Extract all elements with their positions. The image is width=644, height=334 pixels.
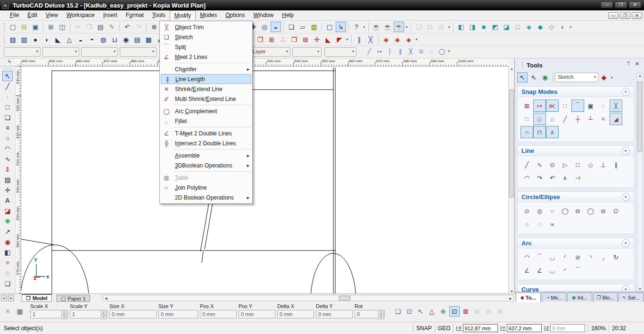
view-iso-se-icon[interactable]: ◇ [546,22,557,32]
snap-quadrant-icon[interactable]: ⌂ [546,113,559,125]
snap-tangent-icon[interactable]: ╱ [559,113,571,125]
select-frame-tool-icon[interactable]: ❏ [2,278,13,289]
snap-par-icon[interactable]: ∥ [396,47,405,56]
solid-tool-icon[interactable]: ▧ [2,175,13,185]
palette-scroll-down-icon[interactable]: ▼ [637,287,643,291]
close-button[interactable]: ✕ [629,1,641,8]
pick-point-icon[interactable]: ↖ [415,306,426,317]
mdi-restore-button[interactable]: ❐ [620,12,630,19]
field-input[interactable]: 1▲▼ [70,310,107,318]
mesh-icon[interactable]: ▦ [143,34,154,45]
dropdown-arrow-icon[interactable]: ▾ [569,25,573,29]
palette-tab-to[interactable]: ◆To... [516,292,541,302]
panel-select-icon[interactable]: ↖ [517,72,528,83]
palette-scroll-up-icon[interactable]: ▲ [637,74,643,77]
sweep-icon[interactable]: ▤ [132,34,142,45]
shell-tool-icon[interactable]: ◧ [2,247,13,258]
snap-circ-icon[interactable]: ⊙ [416,47,426,56]
print-preview-icon[interactable]: ◫ [57,22,67,32]
circle-double-point-icon[interactable]: ○ [546,205,559,217]
arc-rotated-icon[interactable]: ◡ [546,251,559,263]
arc-concentric-icon[interactable]: ⌒ [533,251,546,263]
arc-curve-icon[interactable]: ◡ [546,264,559,276]
dropdown-arrow-icon[interactable]: ▾ [447,25,451,29]
palette-tab-me[interactable]: ⇢Me... [542,292,567,302]
snap-vert-icon[interactable]: │ [385,47,395,56]
geo-toggle[interactable]: GEO [438,325,451,332]
canvas-hscrollbar[interactable]: ◀ ▶ [103,295,514,301]
property-combo-4[interactable]: ▼ [120,47,157,57]
menu-item-meet-2-lines[interactable]: ∠Meet 2 Lines [160,52,252,62]
measure-icon[interactable]: ▱ [297,22,308,32]
hscroll-thumb[interactable] [339,296,350,301]
pattern-2-icon[interactable]: ◈ [392,34,403,45]
spinner[interactable]: ▲▼ [61,311,67,317]
menu-file[interactable]: File [6,10,23,20]
panel-node-edit-icon[interactable]: ⇖ [528,72,539,83]
view-top-icon[interactable]: ◈ [524,22,534,32]
field-input[interactable]: 0▲▼ [355,310,385,318]
spin-down-icon[interactable]: ▼ [61,315,67,319]
circle-tan-line-icon[interactable]: ∅ [610,205,622,217]
view-back-icon[interactable]: ◩ [490,22,500,32]
tab-paper1[interactable]: ▢ Paper 1 [57,295,90,302]
cylinder-icon[interactable]: ◒ [75,34,86,45]
sphere-icon[interactable]: ● [30,34,41,45]
menu-item-join-polyline[interactable]: ∩Join Polyline [160,183,252,192]
array-polar-icon[interactable]: ∴ [278,34,288,45]
pane-split-right-icon[interactable]: ▸ [8,295,14,301]
snap-face-icon[interactable]: ▣ [584,100,597,112]
array-radial-icon[interactable]: ✛ [312,34,322,45]
snap-no-snap-icon[interactable]: ╳ [610,100,622,112]
deselect-icon[interactable]: ✕ [2,306,13,317]
spinner[interactable]: ▲▼ [101,311,107,317]
field-input[interactable]: 0 mm [277,310,314,318]
save-icon[interactable]: ▣ [30,22,41,32]
snap-toggle[interactable]: SNAP [416,325,432,332]
workspace-3-icon[interactable]: ☕ [394,22,404,32]
palette-tab-blo[interactable]: ❐Blo... [593,292,618,302]
dropdown-arrow-icon[interactable]: ▾ [362,25,366,29]
workspace-1-icon[interactable]: ☕ [371,22,381,32]
line-perpendicular-icon[interactable]: ⊥ [597,159,610,171]
snap-cross-icon[interactable]: ╳ [406,47,415,56]
dropdown-arrow-icon[interactable]: ▾ [345,37,349,42]
line-single-icon[interactable]: ╱ [520,159,533,171]
circle-center-point-icon[interactable]: ⊙ [520,205,533,217]
palette-close-icon[interactable]: ✕ [635,61,639,67]
circle-tan-point-icon[interactable]: ⊖ [571,205,584,217]
combo-arrow-icon[interactable]: ▼ [316,50,320,54]
menu-options[interactable]: Options [221,10,249,20]
move-tool-icon[interactable]: ✛ [2,185,13,195]
arc-1-2-3-icon[interactable]: ◝ [584,251,597,263]
hemisphere-icon[interactable]: ◗ [41,34,52,45]
property-combo-5[interactable]: ▼ [292,47,322,57]
snap-angle-icon[interactable]: ◢ [610,113,622,125]
degrade-warning-icon[interactable]: △ [427,306,437,317]
dropdown-arrow-icon[interactable]: ▾ [414,37,419,42]
line-bisector-icon[interactable]: ∧ [559,172,571,184]
view-left-icon[interactable]: ◪ [501,22,512,32]
mdi-minimize-button[interactable]: — [608,12,619,19]
pin-icon[interactable]: ⊤ [626,61,631,67]
collapse-chevron-icon[interactable]: « [622,147,630,155]
menu-item-arc-complement[interactable]: ◯Arc Complement [160,106,252,116]
menu-item-intersect-2-double-lines[interactable]: ╬Intersect 2 Double Lines [160,138,252,148]
extract-icon[interactable]: ❏ [286,22,297,32]
menu-item-chamfer[interactable]: Chamfer► [160,64,252,74]
coord-z-input[interactable]: 0 mm [550,324,585,332]
dropdown-arrow-icon[interactable]: ▾ [447,49,451,53]
box-3d-icon[interactable]: ▧ [8,34,18,45]
print-icon[interactable]: ⊞ [46,22,56,32]
maximize-button[interactable]: ❐ [615,1,627,8]
snap-apex-icon[interactable]: ∧ [546,126,559,138]
arc-1-3-2-icon[interactable]: ◞ [597,251,610,263]
sketch-mode-combo[interactable]: Sketch▼ [555,73,598,82]
paste-icon[interactable]: ▤ [95,22,106,32]
axis-toggle-icon[interactable]: ↳ [336,22,346,32]
arc-tangent-icon[interactable]: ⊘ [571,251,584,263]
circle-tan-3arcs-icon[interactable]: ⊘ [597,205,610,217]
spin-up-icon[interactable]: ▲ [61,311,67,315]
layer-combo[interactable]: Layer▼ [250,47,290,57]
menu-item-t-meet-2-double-lines[interactable]: ∠T-Meet 2 Double Lines [160,128,252,138]
